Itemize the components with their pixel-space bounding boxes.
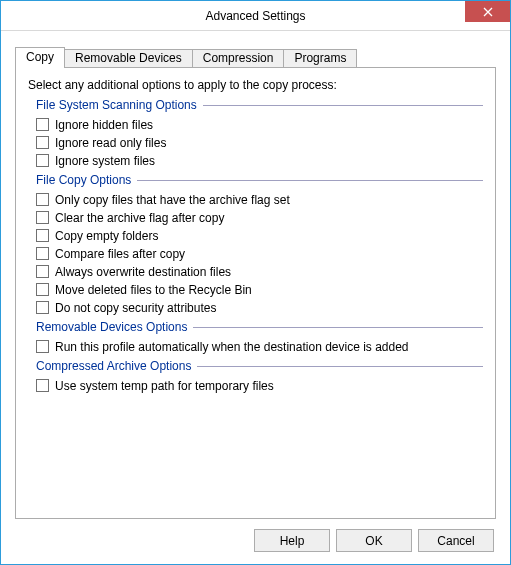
tab-programs[interactable]: Programs xyxy=(283,49,357,67)
checkbox[interactable] xyxy=(36,211,49,224)
intro-text: Select any additional options to apply t… xyxy=(28,78,483,92)
option-group: File Copy OptionsOnly copy files that ha… xyxy=(28,173,483,316)
checkbox-label: Ignore read only files xyxy=(55,136,166,150)
checkbox[interactable] xyxy=(36,136,49,149)
group-separator xyxy=(197,366,483,367)
checkbox-option[interactable]: Ignore read only files xyxy=(36,134,483,151)
group-title: File Copy Options xyxy=(36,173,137,187)
checkbox-label: Run this profile automatically when the … xyxy=(55,340,409,354)
group-title: File System Scanning Options xyxy=(36,98,203,112)
checkbox[interactable] xyxy=(36,229,49,242)
window-title: Advanced Settings xyxy=(205,9,305,23)
button-row: Help OK Cancel xyxy=(15,529,496,552)
close-icon xyxy=(483,7,493,17)
checkbox-option[interactable]: Run this profile automatically when the … xyxy=(36,338,483,355)
group-title: Removable Devices Options xyxy=(36,320,193,334)
titlebar: Advanced Settings xyxy=(1,1,510,31)
checkbox[interactable] xyxy=(36,154,49,167)
checkbox[interactable] xyxy=(36,301,49,314)
checkbox-label: Clear the archive flag after copy xyxy=(55,211,224,225)
checkbox-label: Use system temp path for temporary files xyxy=(55,379,274,393)
checkbox-option[interactable]: Move deleted files to the Recycle Bin xyxy=(36,281,483,298)
checkbox-option[interactable]: Do not copy security attributes xyxy=(36,299,483,316)
checkbox-option[interactable]: Compare files after copy xyxy=(36,245,483,262)
dialog-content: Copy Removable Devices Compression Progr… xyxy=(1,31,510,564)
checkbox-option[interactable]: Use system temp path for temporary files xyxy=(36,377,483,394)
tab-compression[interactable]: Compression xyxy=(192,49,285,67)
checkbox-option[interactable]: Clear the archive flag after copy xyxy=(36,209,483,226)
close-button[interactable] xyxy=(465,1,510,22)
tab-panel: Select any additional options to apply t… xyxy=(15,67,496,519)
checkbox[interactable] xyxy=(36,193,49,206)
dialog-window: Advanced Settings Copy Removable Devices… xyxy=(0,0,511,565)
checkbox[interactable] xyxy=(36,118,49,131)
group-separator xyxy=(137,180,483,181)
group-header: File System Scanning Options xyxy=(36,98,483,112)
group-header: File Copy Options xyxy=(36,173,483,187)
option-group: Removable Devices OptionsRun this profil… xyxy=(28,320,483,355)
tab-row: Copy Removable Devices Compression Progr… xyxy=(15,45,496,67)
checkbox-label: Compare files after copy xyxy=(55,247,185,261)
help-button[interactable]: Help xyxy=(254,529,330,552)
checkbox-option[interactable]: Copy empty folders xyxy=(36,227,483,244)
group-header: Compressed Archive Options xyxy=(36,359,483,373)
group-separator xyxy=(203,105,483,106)
tab-copy[interactable]: Copy xyxy=(15,47,65,68)
checkbox-option[interactable]: Ignore system files xyxy=(36,152,483,169)
group-header: Removable Devices Options xyxy=(36,320,483,334)
group-title: Compressed Archive Options xyxy=(36,359,197,373)
checkbox-label: Do not copy security attributes xyxy=(55,301,216,315)
checkbox-option[interactable]: Only copy files that have the archive fl… xyxy=(36,191,483,208)
checkbox-label: Copy empty folders xyxy=(55,229,158,243)
checkbox[interactable] xyxy=(36,283,49,296)
group-separator xyxy=(193,327,483,328)
option-group: Compressed Archive OptionsUse system tem… xyxy=(28,359,483,394)
checkbox[interactable] xyxy=(36,379,49,392)
ok-button[interactable]: OK xyxy=(336,529,412,552)
checkbox[interactable] xyxy=(36,265,49,278)
checkbox-label: Move deleted files to the Recycle Bin xyxy=(55,283,252,297)
options-groups: File System Scanning OptionsIgnore hidde… xyxy=(28,98,483,394)
checkbox-option[interactable]: Ignore hidden files xyxy=(36,116,483,133)
cancel-button[interactable]: Cancel xyxy=(418,529,494,552)
checkbox-option[interactable]: Always overwrite destination files xyxy=(36,263,483,280)
option-group: File System Scanning OptionsIgnore hidde… xyxy=(28,98,483,169)
checkbox[interactable] xyxy=(36,340,49,353)
checkbox-label: Ignore system files xyxy=(55,154,155,168)
tab-removable-devices[interactable]: Removable Devices xyxy=(64,49,193,67)
checkbox[interactable] xyxy=(36,247,49,260)
checkbox-label: Always overwrite destination files xyxy=(55,265,231,279)
checkbox-label: Only copy files that have the archive fl… xyxy=(55,193,290,207)
checkbox-label: Ignore hidden files xyxy=(55,118,153,132)
